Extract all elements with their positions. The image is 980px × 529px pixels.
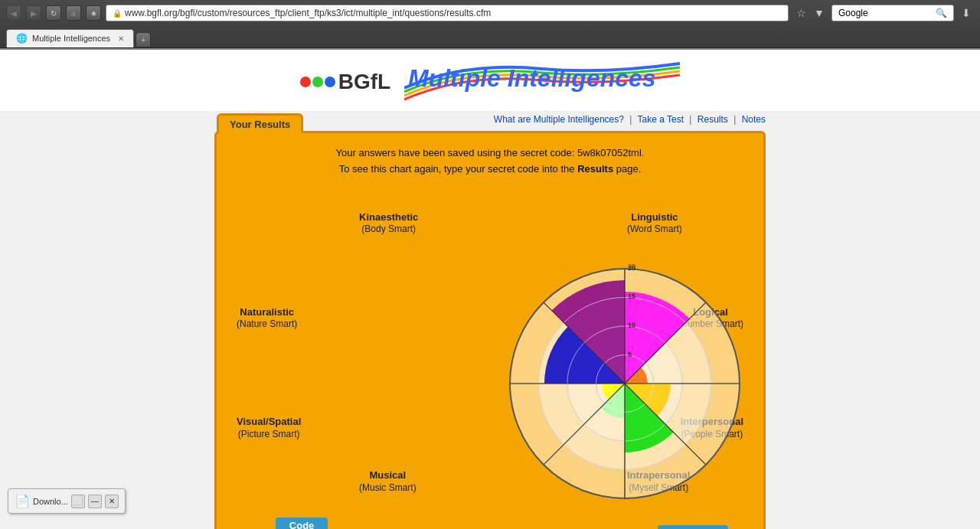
label-naturalistic: Naturalistic (Nature Smart) [237, 305, 297, 330]
star-filled-icon[interactable]: ▼ [812, 5, 827, 21]
svg-text:20: 20 [628, 264, 635, 272]
site-header: BGfL Multiple Intelligences [0, 50, 980, 111]
nav-sep-1: | [629, 114, 632, 125]
tab-bar: 🌐 Multiple Intelligences ✕ + [6, 26, 974, 47]
nav-results-link[interactable]: Results [697, 114, 728, 125]
nav-sep-2: | [689, 114, 691, 125]
dot-blue [325, 77, 335, 87]
download-restore-button[interactable]: ⬜ [71, 495, 85, 508]
label-visual: Visual/Spatial (Picture Smart) [237, 416, 301, 440]
nav-sep-3: | [733, 114, 736, 125]
download-file-icon: 📄 [15, 494, 30, 508]
label-linguistic: Linguistic (Word Smart) [627, 211, 682, 236]
bottom-controls: Code 5w8k07052tml Print [229, 518, 751, 529]
bgfl-logo: BGfL [300, 70, 390, 94]
save-bold: Results [577, 163, 613, 175]
logo-area: BGfL Multiple Intelligences [300, 57, 680, 106]
url-text: www.bgfl.org/bgfl/custom/resources_ftp/c… [125, 8, 491, 18]
site-title-graphic: Multiple Intelligences [404, 57, 680, 106]
tab-close-button[interactable]: ✕ [118, 34, 124, 43]
card-tab: Your Results [217, 113, 303, 133]
tab-label: Multiple Intelligences [32, 34, 110, 43]
label-kinaesthetic: Kinaesthetic (Body Smart) [359, 211, 418, 236]
toolbar-icons: ☆ ▼ [793, 5, 827, 21]
code-section: Code 5w8k07052tml [252, 518, 351, 529]
back-button[interactable]: ◀ [6, 5, 21, 21]
browser-chrome: ◀ ▶ ↻ ⌂ ★ 🔒 www.bgfl.org/bgfl/custom/res… [0, 0, 980, 48]
reload-button[interactable]: ↻ [46, 5, 61, 21]
svg-text:15: 15 [628, 292, 635, 300]
dot-green [312, 77, 323, 87]
bgfl-dots [300, 77, 335, 87]
bgfl-text: BGfL [338, 70, 390, 94]
address-lock-icon: 🔒 [113, 9, 122, 18]
rainbow-swoosh: Multiple Intelligences [404, 57, 680, 103]
nav-notes-link[interactable]: Notes [742, 114, 766, 125]
search-bar[interactable]: Google 🔍 [831, 5, 954, 21]
active-tab[interactable]: 🌐 Multiple Intelligences ✕ [6, 29, 134, 47]
new-tab-button[interactable]: + [136, 32, 151, 47]
save-line1: Your answers have been saved using the s… [336, 147, 645, 158]
star-icon[interactable]: ☆ [793, 5, 808, 21]
svg-text:5: 5 [628, 351, 632, 358]
download-bar: 📄 Downlo... ⬜ — ✕ [8, 488, 126, 514]
svg-text:Multiple Intelligences: Multiple Intelligences [408, 64, 656, 92]
nav-test-link[interactable]: Take a Test [638, 114, 684, 125]
save-line2b: page. [616, 163, 642, 175]
code-label: Code [276, 518, 328, 529]
forward-button[interactable]: ▶ [26, 5, 41, 21]
print-button[interactable]: Print [658, 525, 728, 529]
download-close-button[interactable]: ✕ [105, 495, 119, 508]
browser-toolbar: ◀ ▶ ↻ ⌂ ★ 🔒 www.bgfl.org/bgfl/custom/res… [6, 5, 974, 21]
radar-chart: 20 15 10 5 [498, 257, 751, 510]
search-text: Google [838, 8, 868, 18]
download-icon[interactable]: ⬇ [959, 5, 974, 21]
save-message: Your answers have been saved using the s… [229, 145, 751, 178]
save-line2: To see this chart again, type your secre… [339, 163, 575, 175]
label-musical: Musical (Music Smart) [359, 469, 416, 494]
download-text: Downlo... [33, 497, 68, 506]
page-body: BGfL Multiple Intelligences What are Mul… [0, 48, 980, 529]
main-card: Your Results Your answers have been save… [214, 131, 766, 529]
address-bar[interactable]: 🔒 www.bgfl.org/bgfl/custom/resources_ftp… [106, 5, 789, 21]
home-button[interactable]: ⌂ [66, 5, 81, 21]
dot-red [300, 77, 311, 87]
tab-favicon: 🌐 [16, 33, 28, 44]
extra-icons: ⬇ [959, 5, 974, 21]
download-minimize-button[interactable]: — [88, 495, 102, 508]
bookmark-button[interactable]: ★ [86, 5, 101, 21]
nav-what-link[interactable]: What are Multiple Intelligences? [494, 114, 624, 125]
chart-container: Kinaesthetic (Body Smart) Linguistic (Wo… [229, 188, 751, 510]
search-icon: 🔍 [936, 8, 947, 18]
svg-text:10: 10 [628, 322, 635, 329]
